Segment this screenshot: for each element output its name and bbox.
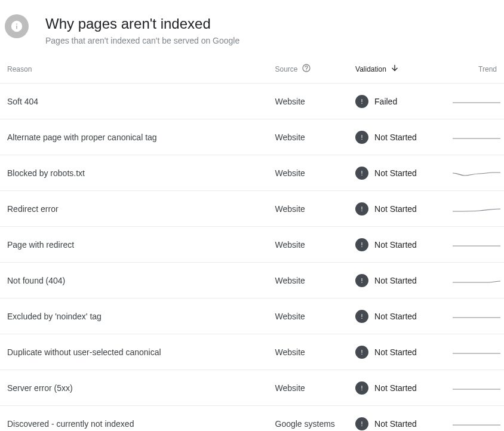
exclamation-icon — [355, 346, 368, 359]
trend-sparkline — [453, 273, 500, 285]
exclamation-icon — [355, 274, 368, 287]
source-cell: Website — [268, 119, 349, 155]
reason-cell: Page with redirect — [0, 227, 268, 263]
exclamation-icon — [355, 131, 368, 144]
validation-cell: Failed — [348, 84, 445, 119]
trend-sparkline — [453, 238, 500, 250]
trend-cell — [445, 191, 504, 227]
validation-cell: Not Started — [348, 406, 445, 432]
source-cell: Website — [268, 370, 349, 406]
trend-sparkline — [453, 417, 500, 429]
reason-cell: Excluded by 'noindex' tag — [0, 298, 268, 334]
table-row[interactable]: Excluded by 'noindex' tagWebsiteNot Star… — [0, 298, 504, 334]
reason-cell: Alternate page with proper canonical tag — [0, 119, 268, 155]
source-cell: Website — [268, 298, 349, 334]
exclamation-icon — [355, 381, 368, 395]
validation-status: Not Started — [374, 312, 417, 321]
trend-cell — [445, 119, 504, 155]
trend-sparkline — [453, 166, 500, 178]
source-cell: Website — [268, 155, 349, 191]
panel-header: Why pages aren't indexed Pages that aren… — [0, 0, 504, 57]
source-cell: Website — [268, 227, 349, 263]
source-cell: Website — [268, 84, 349, 119]
trend-cell — [445, 155, 504, 191]
table-row[interactable]: Discovered - currently not indexedGoogle… — [0, 406, 504, 432]
panel-subtitle: Pages that aren't indexed can't be serve… — [45, 36, 494, 45]
reason-cell: Redirect error — [0, 191, 268, 227]
source-cell: Google systems — [268, 406, 349, 432]
table-row[interactable]: Alternate page with proper canonical tag… — [0, 119, 504, 155]
validation-cell: Not Started — [348, 227, 445, 263]
validation-status: Not Started — [374, 383, 417, 393]
reason-cell: Server error (5xx) — [0, 370, 268, 406]
source-cell: Website — [268, 191, 349, 227]
table-row[interactable]: Soft 404WebsiteFailed — [0, 84, 504, 119]
trend-cell — [445, 263, 504, 298]
reasons-table: Reason Source Validation Trend — [0, 57, 504, 431]
trend-cell — [445, 84, 504, 119]
panel-title: Why pages aren't indexed — [45, 16, 494, 32]
source-cell: Website — [268, 334, 349, 370]
table-row[interactable]: Page with redirectWebsiteNot Started — [0, 227, 504, 263]
trend-sparkline — [453, 345, 500, 357]
column-header-validation-label: Validation — [355, 65, 386, 73]
table-row[interactable]: Not found (404)WebsiteNot Started — [0, 263, 504, 298]
validation-status: Failed — [374, 97, 397, 106]
exclamation-icon — [355, 417, 368, 430]
validation-cell: Not Started — [348, 370, 445, 406]
validation-cell: Not Started — [348, 298, 445, 334]
validation-status: Not Started — [374, 347, 417, 357]
reason-cell: Blocked by robots.txt — [0, 155, 268, 191]
trend-sparkline — [453, 130, 500, 142]
reason-cell: Duplicate without user-selected canonica… — [0, 334, 268, 370]
help-icon[interactable] — [302, 63, 311, 75]
validation-status: Not Started — [374, 276, 417, 285]
trend-sparkline — [453, 202, 500, 214]
reason-cell: Soft 404 — [0, 84, 268, 119]
exclamation-icon — [355, 310, 368, 323]
column-header-source-label: Source — [275, 65, 298, 73]
arrow-down-icon — [390, 63, 399, 75]
exclamation-icon — [355, 202, 368, 216]
column-header-reason[interactable]: Reason — [0, 57, 268, 84]
validation-status: Not Started — [374, 204, 417, 214]
column-header-validation[interactable]: Validation — [348, 57, 445, 84]
trend-cell — [445, 370, 504, 406]
trend-cell — [445, 406, 504, 432]
exclamation-icon — [355, 238, 368, 251]
validation-cell: Not Started — [348, 119, 445, 155]
exclamation-icon — [355, 95, 368, 108]
validation-cell: Not Started — [348, 334, 445, 370]
table-header-row: Reason Source Validation Trend — [0, 57, 504, 84]
trend-sparkline — [453, 309, 500, 321]
exclamation-icon — [355, 167, 368, 180]
trend-cell — [445, 298, 504, 334]
column-header-trend[interactable]: Trend — [445, 57, 504, 84]
validation-cell: Not Started — [348, 155, 445, 191]
reason-cell: Discovered - currently not indexed — [0, 406, 268, 432]
column-header-source[interactable]: Source — [268, 57, 349, 84]
validation-status: Not Started — [374, 168, 417, 178]
trend-cell — [445, 227, 504, 263]
trend-sparkline — [453, 94, 500, 106]
validation-cell: Not Started — [348, 191, 445, 227]
trend-cell — [445, 334, 504, 370]
table-row[interactable]: Server error (5xx)WebsiteNot Started — [0, 370, 504, 406]
table-row[interactable]: Blocked by robots.txtWebsiteNot Started — [0, 155, 504, 191]
trend-sparkline — [453, 381, 500, 393]
reason-cell: Not found (404) — [0, 263, 268, 298]
validation-status: Not Started — [374, 419, 417, 429]
source-cell: Website — [268, 263, 349, 298]
table-row[interactable]: Duplicate without user-selected canonica… — [0, 334, 504, 370]
info-icon — [5, 14, 29, 38]
validation-status: Not Started — [374, 133, 417, 142]
validation-cell: Not Started — [348, 263, 445, 298]
validation-status: Not Started — [374, 240, 417, 250]
table-row[interactable]: Redirect errorWebsiteNot Started — [0, 191, 504, 227]
